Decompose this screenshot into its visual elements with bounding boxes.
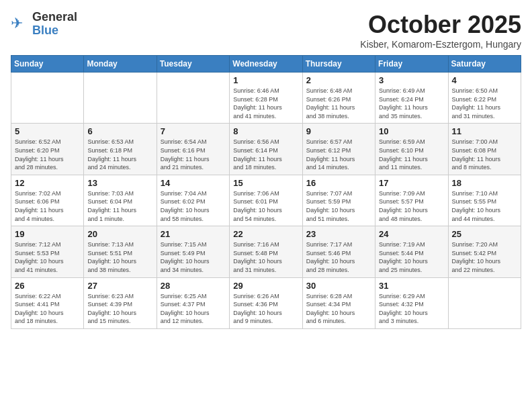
- calendar-cell: 12Sunrise: 7:02 AM Sunset: 6:06 PM Dayli…: [11, 175, 84, 226]
- day-number: 27: [87, 281, 152, 291]
- calendar-cell: [11, 73, 84, 124]
- calendar-cell: 17Sunrise: 7:09 AM Sunset: 5:57 PM Dayli…: [375, 175, 448, 226]
- day-number: 15: [233, 178, 298, 188]
- day-number: 25: [452, 229, 517, 239]
- day-number: 13: [87, 178, 152, 188]
- calendar-cell: 2Sunrise: 6:48 AM Sunset: 6:26 PM Daylig…: [302, 73, 375, 124]
- calendar-cell: 6Sunrise: 6:53 AM Sunset: 6:18 PM Daylig…: [84, 124, 157, 175]
- day-number: 19: [15, 229, 80, 239]
- day-info: Sunrise: 7:10 AM Sunset: 5:55 PM Dayligh…: [452, 189, 517, 223]
- day-info: Sunrise: 6:29 AM Sunset: 4:32 PM Dayligh…: [379, 292, 444, 326]
- logo: ✈ General Blue: [11, 11, 77, 38]
- logo-text: General Blue: [32, 11, 77, 38]
- day-info: Sunrise: 6:23 AM Sunset: 4:39 PM Dayligh…: [87, 292, 152, 326]
- day-number: 18: [452, 178, 517, 188]
- calendar-cell: 11Sunrise: 7:00 AM Sunset: 6:08 PM Dayli…: [448, 124, 521, 175]
- day-info: Sunrise: 6:26 AM Sunset: 4:36 PM Dayligh…: [233, 292, 298, 326]
- day-number: 31: [379, 281, 444, 291]
- day-number: 28: [161, 281, 226, 291]
- day-number: 17: [379, 178, 444, 188]
- day-info: Sunrise: 7:17 AM Sunset: 5:46 PM Dayligh…: [306, 240, 371, 274]
- page-header: ✈ General Blue October 2025 Kisber, Koma…: [11, 11, 521, 50]
- calendar-cell: 19Sunrise: 7:12 AM Sunset: 5:53 PM Dayli…: [11, 226, 84, 277]
- calendar-cell: 3Sunrise: 6:49 AM Sunset: 6:24 PM Daylig…: [375, 73, 448, 124]
- logo-general-text: General: [32, 11, 77, 24]
- calendar-cell: 4Sunrise: 6:50 AM Sunset: 6:22 PM Daylig…: [448, 73, 521, 124]
- calendar-week-2: 5Sunrise: 6:52 AM Sunset: 6:20 PM Daylig…: [11, 124, 521, 175]
- day-info: Sunrise: 6:28 AM Sunset: 4:34 PM Dayligh…: [306, 292, 371, 326]
- day-info: Sunrise: 7:13 AM Sunset: 5:51 PM Dayligh…: [87, 240, 152, 274]
- day-number: 21: [161, 229, 226, 239]
- calendar-cell: 30Sunrise: 6:28 AM Sunset: 4:34 PM Dayli…: [302, 277, 375, 328]
- day-number: 3: [379, 75, 444, 85]
- day-info: Sunrise: 7:03 AM Sunset: 6:04 PM Dayligh…: [87, 189, 152, 223]
- calendar-cell: 25Sunrise: 7:20 AM Sunset: 5:42 PM Dayli…: [448, 226, 521, 277]
- calendar-cell: 14Sunrise: 7:04 AM Sunset: 6:02 PM Dayli…: [157, 175, 229, 226]
- day-number: 14: [161, 178, 226, 188]
- day-info: Sunrise: 7:04 AM Sunset: 6:02 PM Dayligh…: [161, 189, 226, 223]
- day-info: Sunrise: 7:19 AM Sunset: 5:44 PM Dayligh…: [379, 240, 444, 274]
- day-info: Sunrise: 7:15 AM Sunset: 5:49 PM Dayligh…: [161, 240, 226, 274]
- calendar-cell: 21Sunrise: 7:15 AM Sunset: 5:49 PM Dayli…: [157, 226, 229, 277]
- day-number: 4: [452, 75, 517, 85]
- calendar-cell: [84, 73, 157, 124]
- day-info: Sunrise: 6:56 AM Sunset: 6:14 PM Dayligh…: [233, 138, 298, 171]
- weekday-header-thursday: Thursday: [302, 56, 375, 73]
- calendar-cell: 24Sunrise: 7:19 AM Sunset: 5:44 PM Dayli…: [375, 226, 448, 277]
- logo-blue-text: Blue: [32, 24, 77, 38]
- logo-icon: ✈: [11, 15, 30, 34]
- day-number: 1: [233, 75, 298, 85]
- day-info: Sunrise: 7:02 AM Sunset: 6:06 PM Dayligh…: [15, 189, 80, 223]
- calendar-cell: 13Sunrise: 7:03 AM Sunset: 6:04 PM Dayli…: [84, 175, 157, 226]
- svg-text:✈: ✈: [11, 15, 23, 32]
- weekday-header-friday: Friday: [375, 56, 448, 73]
- calendar-cell: 8Sunrise: 6:56 AM Sunset: 6:14 PM Daylig…: [230, 124, 302, 175]
- weekday-header-monday: Monday: [84, 56, 157, 73]
- calendar-week-3: 12Sunrise: 7:02 AM Sunset: 6:06 PM Dayli…: [11, 175, 521, 226]
- day-number: 10: [379, 126, 444, 136]
- calendar-cell: [157, 73, 229, 124]
- calendar-cell: 7Sunrise: 6:54 AM Sunset: 6:16 PM Daylig…: [157, 124, 229, 175]
- day-info: Sunrise: 7:07 AM Sunset: 5:59 PM Dayligh…: [306, 189, 371, 223]
- day-info: Sunrise: 7:00 AM Sunset: 6:08 PM Dayligh…: [452, 138, 517, 171]
- calendar-week-5: 26Sunrise: 6:22 AM Sunset: 4:41 PM Dayli…: [11, 277, 521, 328]
- day-number: 24: [379, 229, 444, 239]
- day-number: 5: [15, 126, 80, 136]
- day-info: Sunrise: 6:48 AM Sunset: 6:26 PM Dayligh…: [306, 87, 371, 120]
- day-number: 26: [15, 281, 80, 291]
- day-info: Sunrise: 6:22 AM Sunset: 4:41 PM Dayligh…: [15, 292, 80, 326]
- day-info: Sunrise: 7:09 AM Sunset: 5:57 PM Dayligh…: [379, 189, 444, 223]
- weekday-header-wednesday: Wednesday: [230, 56, 302, 73]
- day-info: Sunrise: 7:06 AM Sunset: 6:01 PM Dayligh…: [233, 189, 298, 223]
- day-info: Sunrise: 6:59 AM Sunset: 6:10 PM Dayligh…: [379, 138, 444, 171]
- calendar-table: SundayMondayTuesdayWednesdayThursdayFrid…: [11, 55, 521, 329]
- calendar-cell: 18Sunrise: 7:10 AM Sunset: 5:55 PM Dayli…: [448, 175, 521, 226]
- calendar-cell: 29Sunrise: 6:26 AM Sunset: 4:36 PM Dayli…: [230, 277, 302, 328]
- day-number: 6: [87, 126, 152, 136]
- calendar-cell: 5Sunrise: 6:52 AM Sunset: 6:20 PM Daylig…: [11, 124, 84, 175]
- calendar-week-1: 1Sunrise: 6:46 AM Sunset: 6:28 PM Daylig…: [11, 73, 521, 124]
- day-number: 16: [306, 178, 371, 188]
- day-number: 12: [15, 178, 80, 188]
- day-info: Sunrise: 6:57 AM Sunset: 6:12 PM Dayligh…: [306, 138, 371, 171]
- location-subtitle: Kisber, Komarom-Esztergom, Hungary: [360, 39, 521, 50]
- calendar-cell: 27Sunrise: 6:23 AM Sunset: 4:39 PM Dayli…: [84, 277, 157, 328]
- day-info: Sunrise: 6:50 AM Sunset: 6:22 PM Dayligh…: [452, 87, 517, 120]
- calendar-cell: 16Sunrise: 7:07 AM Sunset: 5:59 PM Dayli…: [302, 175, 375, 226]
- day-info: Sunrise: 6:49 AM Sunset: 6:24 PM Dayligh…: [379, 87, 444, 120]
- day-info: Sunrise: 7:20 AM Sunset: 5:42 PM Dayligh…: [452, 240, 517, 274]
- day-info: Sunrise: 6:46 AM Sunset: 6:28 PM Dayligh…: [233, 87, 298, 120]
- calendar-cell: 10Sunrise: 6:59 AM Sunset: 6:10 PM Dayli…: [375, 124, 448, 175]
- day-info: Sunrise: 7:12 AM Sunset: 5:53 PM Dayligh…: [15, 240, 80, 274]
- calendar-cell: 31Sunrise: 6:29 AM Sunset: 4:32 PM Dayli…: [375, 277, 448, 328]
- day-number: 29: [233, 281, 298, 291]
- day-number: 20: [87, 229, 152, 239]
- calendar-cell: 26Sunrise: 6:22 AM Sunset: 4:41 PM Dayli…: [11, 277, 84, 328]
- day-info: Sunrise: 6:52 AM Sunset: 6:20 PM Dayligh…: [15, 138, 80, 171]
- calendar-cell: 23Sunrise: 7:17 AM Sunset: 5:46 PM Dayli…: [302, 226, 375, 277]
- weekday-header-sunday: Sunday: [11, 56, 84, 73]
- day-info: Sunrise: 6:53 AM Sunset: 6:18 PM Dayligh…: [87, 138, 152, 171]
- day-info: Sunrise: 6:25 AM Sunset: 4:37 PM Dayligh…: [161, 292, 226, 326]
- day-info: Sunrise: 7:16 AM Sunset: 5:48 PM Dayligh…: [233, 240, 298, 274]
- calendar-cell: 9Sunrise: 6:57 AM Sunset: 6:12 PM Daylig…: [302, 124, 375, 175]
